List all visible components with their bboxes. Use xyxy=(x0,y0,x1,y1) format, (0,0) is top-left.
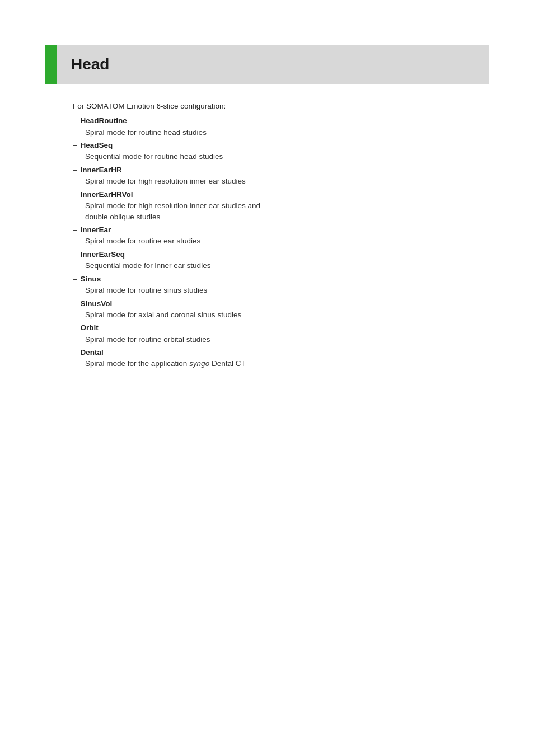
list-dash: – xyxy=(73,115,77,126)
item-description: Spiral mode for high resolution inner ea… xyxy=(85,176,461,187)
page-title: Head xyxy=(71,55,109,73)
item-term: Dental xyxy=(81,347,104,358)
list-dash: – xyxy=(73,298,77,309)
item-name-row: –InnerEarSeq xyxy=(73,249,461,260)
header-title-area: Head xyxy=(57,45,489,84)
item-term: HeadRoutine xyxy=(81,115,127,126)
list-item: –InnerEarHRVolSpiral mode for high resol… xyxy=(73,189,461,222)
list-item: –InnerEarSeqSequential mode for inner ea… xyxy=(73,249,461,271)
item-name-row: –HeadRoutine xyxy=(73,115,461,126)
content-section: For SOMATOM Emotion 6-slice configuratio… xyxy=(73,101,461,369)
item-term: InnerEar xyxy=(81,224,111,236)
item-term: SinusVol xyxy=(81,298,113,309)
item-term: InnerEarHRVol xyxy=(81,189,133,200)
item-term: Sinus xyxy=(81,274,101,285)
list-dash: – xyxy=(73,189,77,200)
list-dash: – xyxy=(73,274,77,285)
item-term: InnerEarSeq xyxy=(81,249,125,260)
list-item: –InnerEarSpiral mode for routine ear stu… xyxy=(73,224,461,247)
list-dash: – xyxy=(73,140,77,151)
item-name-row: –InnerEarHR xyxy=(73,165,461,176)
item-description: Spiral mode for routine head studies xyxy=(85,127,461,138)
item-description: Spiral mode for axial and coronal sinus … xyxy=(85,309,461,321)
item-term: Orbit xyxy=(81,322,99,334)
list-dash: – xyxy=(73,347,77,358)
list-item: –DentalSpiral mode for the application s… xyxy=(73,347,461,369)
item-description: Spiral mode for routine sinus studies xyxy=(85,285,461,296)
list-item: –SinusSpiral mode for routine sinus stud… xyxy=(73,274,461,296)
item-name-row: –InnerEar xyxy=(73,224,461,236)
item-name-row: –SinusVol xyxy=(73,298,461,309)
item-name-row: –Dental xyxy=(73,347,461,358)
item-term: HeadSeq xyxy=(81,140,113,151)
list-item: –SinusVolSpiral mode for axial and coron… xyxy=(73,298,461,321)
item-name-row: –Sinus xyxy=(73,274,461,285)
intro-text: For SOMATOM Emotion 6-slice configuratio… xyxy=(73,101,461,112)
header-green-bar xyxy=(45,45,57,84)
list-dash: – xyxy=(73,224,77,236)
page-container: Head For SOMATOM Emotion 6-slice configu… xyxy=(0,45,534,756)
list-item: –OrbitSpiral mode for routine orbital st… xyxy=(73,322,461,345)
item-description: Spiral mode for routine ear studies xyxy=(85,236,461,247)
items-container: –HeadRoutineSpiral mode for routine head… xyxy=(73,115,461,369)
header-section: Head xyxy=(45,45,489,84)
list-dash: – xyxy=(73,165,77,176)
item-description: Sequential mode for inner ear studies xyxy=(85,260,461,271)
item-name-row: –Orbit xyxy=(73,322,461,334)
item-name-row: –HeadSeq xyxy=(73,140,461,151)
item-name-row: –InnerEarHRVol xyxy=(73,189,461,200)
list-item: –InnerEarHRSpiral mode for high resoluti… xyxy=(73,165,461,187)
item-description: Spiral mode for routine orbital studies xyxy=(85,334,461,345)
item-description: Spiral mode for the application syngo De… xyxy=(85,358,461,369)
list-item: –HeadRoutineSpiral mode for routine head… xyxy=(73,115,461,138)
item-description: Sequential mode for routine head studies xyxy=(85,151,461,162)
item-term: InnerEarHR xyxy=(81,165,122,176)
list-dash: – xyxy=(73,249,77,260)
item-description: Spiral mode for high resolution inner ea… xyxy=(85,200,461,222)
list-dash: – xyxy=(73,322,77,334)
list-item: –HeadSeqSequential mode for routine head… xyxy=(73,140,461,162)
